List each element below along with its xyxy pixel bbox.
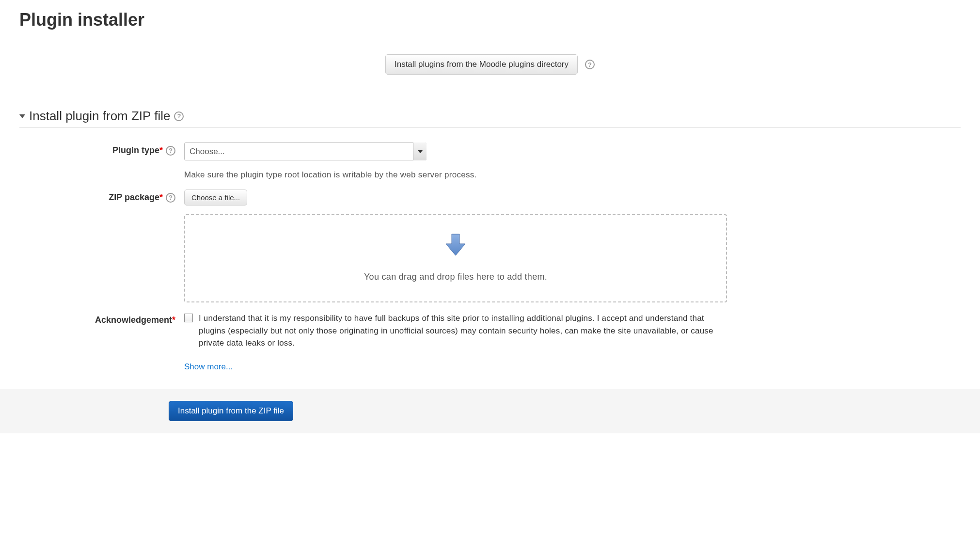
- plugin-type-row: Plugin type* ? Choose... Make sure the p…: [19, 142, 961, 180]
- help-icon[interactable]: ?: [166, 193, 175, 203]
- section-header: Install plugin from ZIP file ?: [19, 109, 961, 128]
- dropzone-text: You can drag and drop files here to add …: [195, 272, 716, 282]
- plugin-type-select[interactable]: Choose...: [184, 142, 427, 160]
- chevron-down-icon[interactable]: [19, 114, 25, 118]
- plugin-type-hint: Make sure the plugin type root location …: [184, 170, 727, 180]
- section-title: Install plugin from ZIP file: [29, 109, 170, 124]
- required-indicator: *: [159, 145, 163, 155]
- acknowledgement-label: Acknowledgement*: [19, 312, 184, 325]
- acknowledgement-row: Acknowledgement* I understand that it is…: [19, 312, 961, 372]
- label-text: Acknowledgement: [95, 315, 172, 325]
- acknowledgement-checkbox[interactable]: [184, 314, 193, 322]
- page-title: Plugin installer: [19, 10, 961, 30]
- required-indicator: *: [159, 192, 163, 202]
- arrow-down-icon: [443, 232, 468, 257]
- required-indicator: *: [172, 315, 175, 325]
- zip-package-label: ZIP package* ?: [19, 190, 184, 203]
- label-text: ZIP package: [109, 192, 159, 202]
- zip-package-row: ZIP package* ? Choose a file... You can …: [19, 190, 961, 302]
- install-plugin-submit-button[interactable]: Install plugin from the ZIP file: [169, 401, 293, 421]
- label-text: Plugin type: [112, 145, 159, 155]
- install-from-directory-button[interactable]: Install plugins from the Moodle plugins …: [385, 54, 578, 75]
- help-icon[interactable]: ?: [585, 60, 595, 69]
- footer-bar: Install plugin from the ZIP file: [0, 389, 980, 433]
- choose-file-button[interactable]: Choose a file...: [184, 190, 247, 206]
- plugin-type-label: Plugin type* ?: [19, 142, 184, 156]
- show-more-link[interactable]: Show more...: [184, 362, 727, 372]
- help-icon[interactable]: ?: [174, 111, 184, 121]
- top-actions: Install plugins from the Moodle plugins …: [19, 54, 961, 75]
- help-icon[interactable]: ?: [166, 146, 175, 156]
- acknowledgement-text: I understand that it is my responsibilit…: [199, 312, 727, 349]
- file-dropzone[interactable]: You can drag and drop files here to add …: [184, 214, 727, 302]
